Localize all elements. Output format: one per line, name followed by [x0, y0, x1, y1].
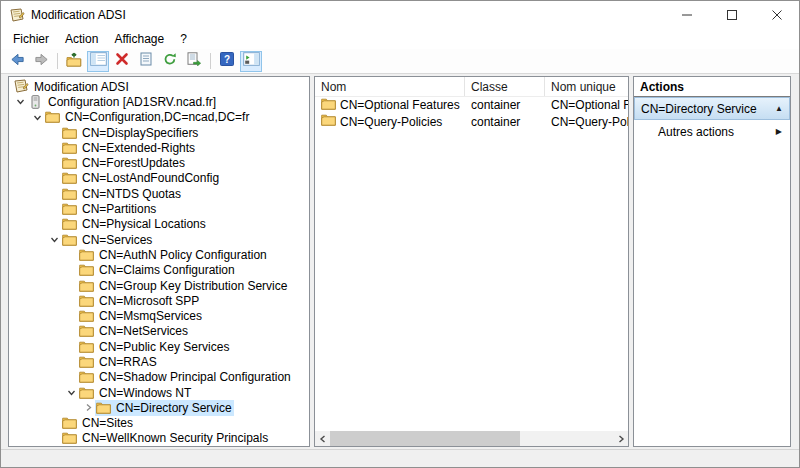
properties-icon	[140, 52, 152, 70]
status-bar	[1, 449, 799, 467]
chevron-down-icon[interactable]	[64, 387, 78, 398]
tree-item-cn-displayspecifiers[interactable]: CN=DisplaySpecifiers	[9, 125, 309, 140]
properties-button[interactable]	[135, 51, 157, 72]
cell-classe: container	[465, 98, 545, 112]
actions-section-header[interactable]: CN=Directory Service ▲	[634, 97, 790, 120]
hscroll-thumb[interactable]	[330, 431, 520, 446]
tree-item-label: CN=LostAndFoundConfig	[80, 171, 221, 185]
tree-item-cn-public-key-services[interactable]: CN=Public Key Services	[9, 339, 309, 354]
folder-icon	[61, 432, 77, 444]
up-one-level-button[interactable]	[63, 51, 85, 72]
collapse-up-icon[interactable]: ▲	[775, 104, 783, 113]
back-icon	[10, 52, 25, 71]
tree-item-cn-ntds-quotas[interactable]: CN=NTDS Quotas	[9, 186, 309, 201]
folder-icon	[61, 157, 77, 169]
menu-item-affichage[interactable]: Affichage	[106, 30, 172, 48]
hscroll-track[interactable]	[330, 431, 613, 446]
tree-item-cn-wellknown-security-principals[interactable]: CN=WellKnown Security Principals	[9, 431, 309, 446]
tree-item-region: CN=Physical Locations	[61, 217, 208, 232]
adsi-app-icon	[9, 8, 25, 23]
menu-item-help[interactable]: ?	[172, 30, 195, 48]
column-header-classe[interactable]: Classe	[465, 77, 545, 96]
chevron-down-icon[interactable]	[13, 96, 27, 107]
tree-item-cn-group-key-distribution-service[interactable]: CN=Group Key Distribution Service	[9, 278, 309, 293]
refresh-button[interactable]	[159, 51, 181, 72]
folder-icon	[61, 234, 77, 246]
tree-item-modification-adsi[interactable]: Modification ADSI	[9, 79, 309, 94]
export-list-button[interactable]	[183, 51, 205, 72]
column-header-nom-unique[interactable]: Nom unique	[545, 77, 628, 96]
tree-item-cn-physical-locations[interactable]: CN=Physical Locations	[9, 217, 309, 232]
hscroll-left-arrow[interactable]	[315, 431, 330, 446]
tree-item-label: CN=Public Key Services	[97, 340, 231, 354]
tree-item-cn-netservices[interactable]: CN=NetServices	[9, 324, 309, 339]
list-item-classe: container	[471, 98, 520, 112]
column-header-label: Nom unique	[551, 80, 616, 94]
tree-item-region: CN=DisplaySpecifiers	[61, 125, 200, 140]
adsi-edit-window: Modification ADSI FichierActionAffichage…	[0, 0, 800, 468]
up-one-level-icon	[66, 52, 82, 71]
menu-item-action[interactable]: Action	[57, 30, 106, 48]
actions-pane: Actions CN=Directory Service ▲ Autres ac…	[633, 76, 791, 447]
tree-item-cn-sites[interactable]: CN=Sites	[9, 416, 309, 431]
tree-item-region: CN=Directory Service	[95, 400, 234, 415]
tree-item-label: CN=Partitions	[80, 202, 158, 216]
tree-item-cn-microsoft-spp[interactable]: CN=Microsoft SPP	[9, 293, 309, 308]
chevron-right-icon[interactable]	[81, 402, 95, 413]
tree-item-label: CN=Directory Service	[114, 401, 234, 415]
list-body: CN=Optional FeaturescontainerCN=Optional…	[315, 97, 628, 130]
tree-item-configuration-ad1srv-ncad-fr[interactable]: Configuration [AD1SRV.ncad.fr]	[9, 94, 309, 109]
maximize-button[interactable]	[709, 1, 754, 29]
actions-pane-title: Actions	[634, 77, 790, 97]
tree-item-cn-msmqservices[interactable]: CN=MsmqServices	[9, 308, 309, 323]
list-row-cn-query-policies[interactable]: CN=Query-PoliciescontainerCN=Query-Polic…	[315, 114, 628, 131]
tree-item-cn-configuration-dc-ncad-dc-fr[interactable]: CN=Configuration,DC=ncad,DC=fr	[9, 110, 309, 125]
cell-nom: CN=Optional Features	[315, 98, 465, 113]
folder-icon	[78, 249, 94, 261]
tree-item-region: CN=Extended-Rights	[61, 140, 197, 155]
minimize-button[interactable]	[664, 1, 709, 29]
tree-item-label: CN=Claims Configuration	[97, 263, 237, 277]
forward-icon	[34, 52, 49, 71]
tree-item-label: CN=NTDS Quotas	[80, 187, 183, 201]
tree-item-region: CN=WellKnown Security Principals	[61, 431, 270, 446]
actions-item-autres-actions[interactable]: Autres actions ▶	[634, 120, 790, 143]
help-button[interactable]: ?	[216, 51, 238, 72]
list-row-cn-optional-features[interactable]: CN=Optional FeaturescontainerCN=Optional…	[315, 97, 628, 114]
hscroll-right-arrow[interactable]	[613, 431, 628, 446]
tree-item-label: CN=ForestUpdates	[80, 156, 187, 170]
tree-item-cn-services[interactable]: CN=Services	[9, 232, 309, 247]
menu-item-fichier[interactable]: Fichier	[5, 30, 57, 48]
close-button[interactable]	[754, 1, 799, 29]
tree-item-cn-authn-policy-configuration[interactable]: CN=AuthN Policy Configuration	[9, 247, 309, 262]
tree-item-cn-lostandfoundconfig[interactable]: CN=LostAndFoundConfig	[9, 171, 309, 186]
tree-item-cn-shadow-principal-configuration[interactable]: CN=Shadow Principal Configuration	[9, 370, 309, 385]
folder-icon	[61, 188, 77, 200]
tree-item-cn-claims-configuration[interactable]: CN=Claims Configuration	[9, 263, 309, 278]
show-console-tree-button[interactable]	[87, 51, 109, 72]
chevron-down-icon[interactable]	[47, 234, 61, 245]
tree-item-cn-partitions[interactable]: CN=Partitions	[9, 201, 309, 216]
column-header-nom[interactable]: Nom	[315, 77, 465, 96]
tree-item-label: CN=WellKnown Security Principals	[80, 431, 270, 445]
console-tree-pane: Modification ADSIConfiguration [AD1SRV.n…	[8, 76, 310, 447]
tree-item-cn-extended-rights[interactable]: CN=Extended-Rights	[9, 140, 309, 155]
tree-item-cn-forestupdates[interactable]: CN=ForestUpdates	[9, 155, 309, 170]
column-header-label: Nom	[321, 80, 346, 94]
tree-item-label: CN=Windows NT	[97, 386, 193, 400]
tree-item-label: Configuration [AD1SRV.ncad.fr]	[46, 95, 218, 109]
back-button[interactable]	[6, 51, 28, 72]
folder-icon	[61, 142, 77, 154]
tree-item-region: CN=Microsoft SPP	[78, 293, 201, 308]
show-action-pane-button[interactable]	[240, 51, 262, 72]
tree-item-cn-directory-service[interactable]: CN=Directory Service	[9, 400, 309, 415]
list-item-nom-unique: CN=Query-Policies	[551, 115, 628, 129]
forward-button[interactable]	[30, 51, 52, 72]
horizontal-scrollbar[interactable]	[315, 431, 628, 446]
delete-button[interactable]	[111, 51, 133, 72]
maximize-icon	[727, 6, 737, 24]
tree-item-cn-rras[interactable]: CN=RRAS	[9, 354, 309, 369]
refresh-icon	[163, 52, 177, 70]
tree-item-cn-windows-nt[interactable]: CN=Windows NT	[9, 385, 309, 400]
chevron-down-icon[interactable]	[30, 112, 44, 123]
